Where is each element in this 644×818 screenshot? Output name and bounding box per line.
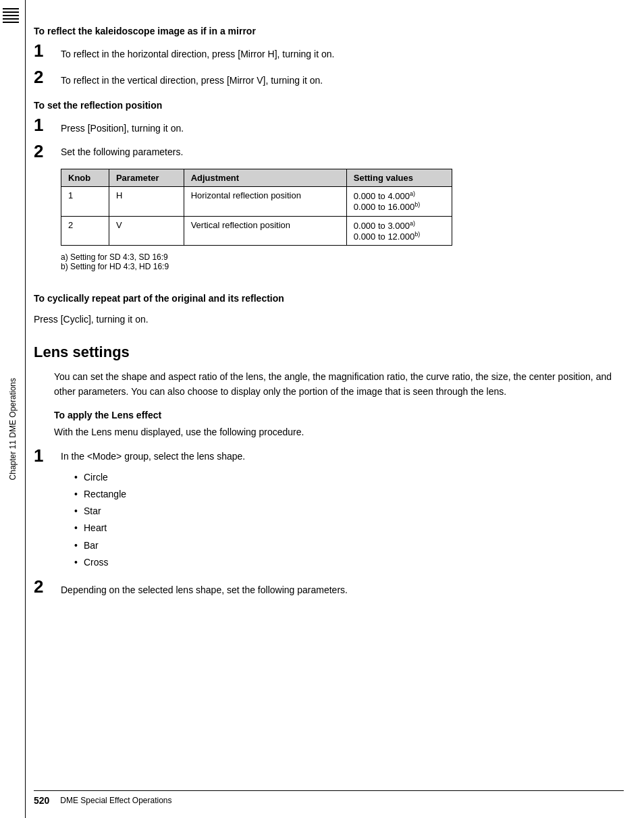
step-reflect-1-text: To reflect in the horizontal direction, … [61,45,334,61]
step-number-pos-1: 1 [34,116,54,134]
step-lens-2: 2 Depending on the selected lens shape, … [34,580,624,597]
setting-val-1b: 0.000 to 16.000 [354,202,414,213]
table-header-row: Knob Parameter Adjustment Setting values [61,169,452,187]
list-item: Cross [74,554,245,571]
step-lens-2-text: Depending on the selected lens shape, se… [61,580,348,597]
list-item: Star [74,503,245,520]
list-item: Circle [74,469,245,486]
step-lens-1-text: In the <Mode> group, select the lens sha… [61,448,245,462]
section-cyclic-heading: To cyclically repeat part of the origina… [34,293,624,304]
page-container: Chapter 11 DME Operations To reflect the… [0,0,644,818]
lens-settings-title: Lens settings [34,344,624,361]
lens-settings-body1: You can set the shape and aspect ratio o… [54,369,624,400]
step-number-1: 1 [34,42,54,59]
setting-val-1a: 0.000 to 4.000 [354,191,410,201]
cell-param-2: V [109,216,184,246]
step-lens-1: 1 In the <Mode> group, select the lens s… [34,449,624,571]
setting-sup-1a: a) [410,190,415,197]
lens-shape-list: Circle Rectangle Star Heart Bar Cross [74,469,245,571]
main-content: To reflect the kaleidoscope image as if … [34,0,624,634]
col-header-adjustment: Adjustment [184,169,346,187]
cell-adj-2: Vertical reflection position [184,216,346,246]
sidebar: Chapter 11 DME Operations [0,0,26,818]
section-cyclic: To cyclically repeat part of the origina… [34,293,624,327]
cell-adj-1: Horizontal reflection position [184,187,346,217]
step-number-lens-1: 1 [34,447,54,464]
footer-text: DME Special Effect Operations [60,796,171,805]
cell-knob-2: 2 [61,216,109,246]
setting-val-2b: 0.000 to 12.000 [354,231,414,242]
table-row: 1 H Horizontal reflection position 0.000… [61,187,452,217]
params-table: Knob Parameter Adjustment Setting values… [61,169,452,246]
section-position-heading: To set the reflection position [34,100,624,111]
col-header-knob: Knob [61,169,109,187]
cell-knob-1: 1 [61,187,109,217]
table-row: 2 V Vertical reflection position 0.000 t… [61,216,452,246]
section-reflect-kaleidoscope: To reflect the kaleidoscope image as if … [34,26,624,88]
lens-apply-body: With the Lens menu displayed, use the fo… [54,425,624,439]
list-item: Bar [74,537,245,554]
section-reflect-heading: To reflect the kaleidoscope image as if … [34,26,624,36]
lens-apply-heading: To apply the Lens effect [54,410,624,420]
section-lens-settings: Lens settings You can set the shape and … [34,344,624,597]
step-number-2: 2 [34,68,54,86]
step-reflect-2: 2 To reflect in the vertical direction, … [34,71,624,88]
step-position-2-text: Set the following parameters. [61,144,183,157]
sidebar-chapter-label: Chapter 11 DME Operations [8,378,18,480]
step-reflect-1: 1 To reflect in the horizontal direction… [34,45,624,61]
step-reflect-2-text: To reflect in the vertical direction, pr… [61,71,323,88]
list-item: Rectangle [74,486,245,503]
page-footer: 520 DME Special Effect Operations [34,790,624,806]
lens-settings-indent: You can set the shape and aspect ratio o… [54,369,624,440]
table-footnotes: a) Setting for SD 4:3, SD 16:9 b) Settin… [61,252,452,271]
setting-val-2a: 0.000 to 3.000 [354,221,410,231]
cell-setting-2: 0.000 to 3.000a) 0.000 to 12.000b) [346,216,452,246]
step-number-lens-2: 2 [34,578,54,595]
step-number-pos-2: 2 [34,142,54,160]
sidebar-lines [3,8,19,25]
cell-param-1: H [109,187,184,217]
footnote-a: a) Setting for SD 4:3, SD 16:9 [61,252,452,262]
cell-setting-1: 0.000 to 4.000a) 0.000 to 16.000b) [346,187,452,217]
col-header-setting: Setting values [346,169,452,187]
setting-sup-1b: b) [414,201,420,208]
setting-sup-2b: b) [414,231,420,238]
step-lens-1-content: In the <Mode> group, select the lens sha… [61,449,245,571]
footnote-b: b) Setting for HD 4:3, HD 16:9 [61,262,452,271]
col-header-parameter: Parameter [109,169,184,187]
section-cyclic-body: Press [Cyclic], turning it on. [34,312,624,327]
step-position-1-text: Press [Position], turning it on. [61,119,184,136]
list-item: Heart [74,520,245,537]
section-reflection-position: To set the reflection position 1 Press [… [34,100,624,281]
setting-sup-2a: a) [410,220,415,227]
step-position-1: 1 Press [Position], turning it on. [34,119,624,136]
footer-page-number: 520 [34,795,49,806]
step-position-2: 2 Set the following parameters. Knob Par… [34,145,624,281]
